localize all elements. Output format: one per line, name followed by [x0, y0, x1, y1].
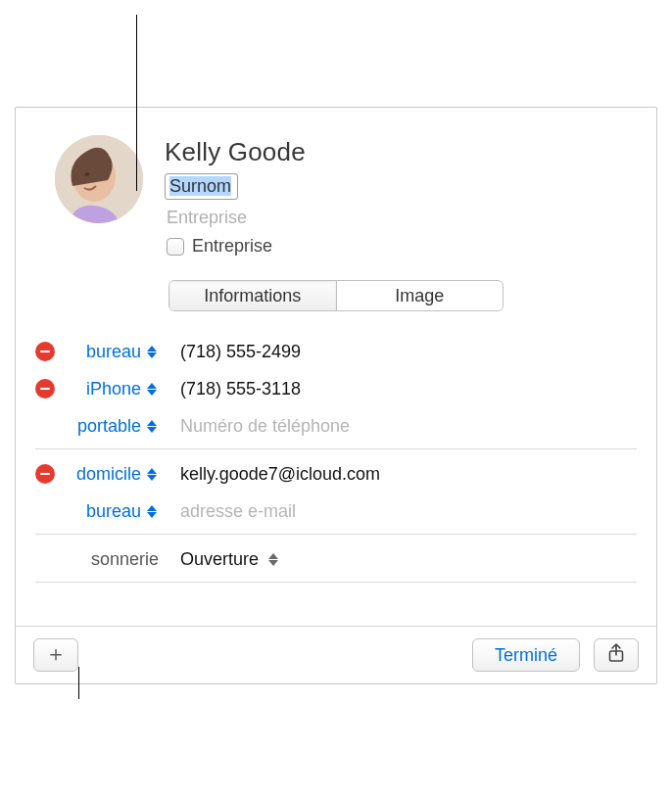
- add-button[interactable]: ＋: [33, 638, 78, 672]
- field-label-text: bureau: [86, 501, 141, 522]
- ringtone-row: sonnerie Ouverture: [35, 540, 637, 578]
- field-label-select[interactable]: iPhone: [59, 379, 163, 399]
- company-placeholder[interactable]: Entreprise: [165, 208, 306, 228]
- nickname-input[interactable]: Surnom: [165, 173, 238, 200]
- phone-placeholder[interactable]: Numéro de téléphone: [163, 416, 350, 437]
- company-checkbox-label: Entreprise: [192, 236, 272, 257]
- name-block: Kelly Goode Surnom Entreprise Entreprise: [165, 135, 306, 257]
- callout-line-top: [136, 15, 137, 191]
- email-value[interactable]: kelly.goode7@icloud.com: [163, 464, 380, 485]
- field-label-select[interactable]: bureau: [59, 501, 163, 522]
- chevron-up-down-icon: [145, 346, 159, 358]
- segmented-control: Informations Image: [168, 280, 504, 311]
- field-label-text: portable: [77, 416, 141, 437]
- field-label-select[interactable]: domicile: [59, 464, 163, 485]
- section-divider: [35, 582, 637, 583]
- delete-button[interactable]: [35, 342, 55, 361]
- chevron-up-down-icon: [266, 553, 280, 566]
- truncated-row: [35, 588, 637, 626]
- phone-row: portable Numéro de téléphone: [35, 407, 637, 445]
- svg-point-2: [85, 172, 90, 176]
- contact-card: Kelly Goode Surnom Entreprise Entreprise…: [15, 107, 657, 684]
- delete-button[interactable]: [35, 464, 55, 484]
- ringtone-value: Ouverture: [180, 549, 259, 570]
- field-label-text: iPhone: [86, 379, 141, 399]
- chevron-up-down-icon: [145, 420, 159, 433]
- bottom-bar: ＋ Terminé: [16, 626, 656, 683]
- share-icon: [607, 643, 625, 668]
- avatar[interactable]: [55, 135, 143, 223]
- contact-name[interactable]: Kelly Goode: [165, 137, 306, 167]
- avatar-image: [55, 135, 143, 223]
- delete-button[interactable]: [35, 379, 55, 398]
- phone-value[interactable]: (718) 555-2499: [163, 342, 301, 362]
- chevron-up-down-icon: [145, 468, 159, 481]
- email-row: bureau adresse e-mail: [35, 492, 637, 530]
- section-divider: [35, 448, 637, 449]
- email-row: domicile kelly.goode7@icloud.com: [35, 455, 637, 492]
- ringtone-select[interactable]: Ouverture: [163, 549, 280, 570]
- field-label-text: bureau: [86, 342, 141, 362]
- tab-informations[interactable]: Informations: [169, 281, 336, 310]
- chevron-up-down-icon: [145, 505, 159, 518]
- tab-image[interactable]: Image: [336, 281, 504, 310]
- share-button[interactable]: [594, 638, 639, 672]
- plus-icon: ＋: [45, 639, 67, 669]
- email-placeholder[interactable]: adresse e-mail: [163, 501, 296, 522]
- phone-row: bureau (718) 555-2499: [35, 333, 637, 370]
- ringtone-label: sonnerie: [59, 549, 163, 570]
- fields-area: bureau (718) 555-2499 iPhone: [16, 333, 656, 626]
- nickname-placeholder: Surnom: [169, 176, 231, 196]
- company-checkbox-row: Entreprise: [165, 236, 306, 257]
- company-checkbox[interactable]: [167, 238, 184, 256]
- phone-value[interactable]: (718) 555-3118: [163, 379, 301, 399]
- field-label-select[interactable]: portable: [59, 416, 163, 437]
- section-divider: [35, 534, 637, 535]
- field-label-select[interactable]: bureau: [59, 342, 163, 362]
- done-button[interactable]: Terminé: [472, 638, 580, 672]
- card-header: Kelly Goode Surnom Entreprise Entreprise: [16, 135, 656, 266]
- field-label-text: domicile: [76, 464, 141, 485]
- phone-row: iPhone (718) 555-3118: [35, 370, 637, 407]
- chevron-up-down-icon: [145, 383, 159, 396]
- callout-line-bottom: [78, 667, 79, 699]
